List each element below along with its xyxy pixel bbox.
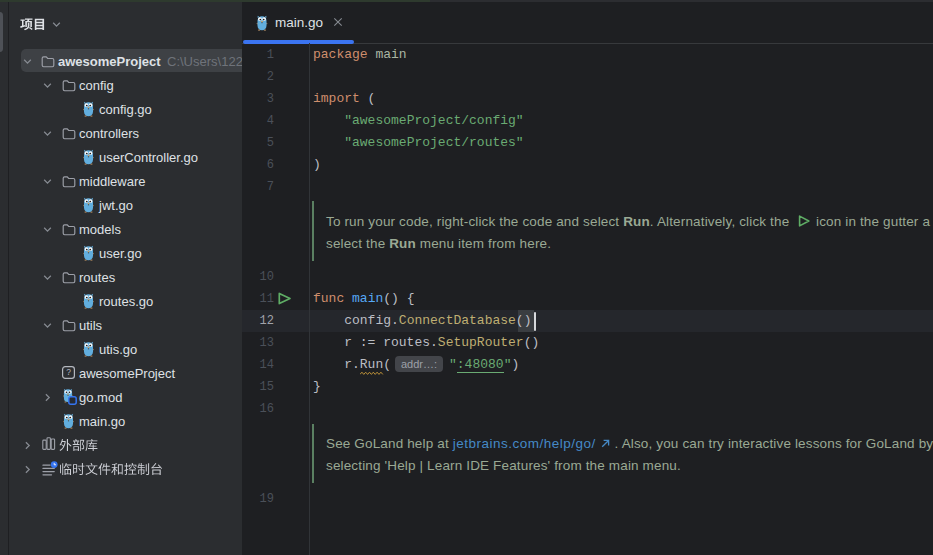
svg-text:?: ?	[66, 367, 71, 377]
